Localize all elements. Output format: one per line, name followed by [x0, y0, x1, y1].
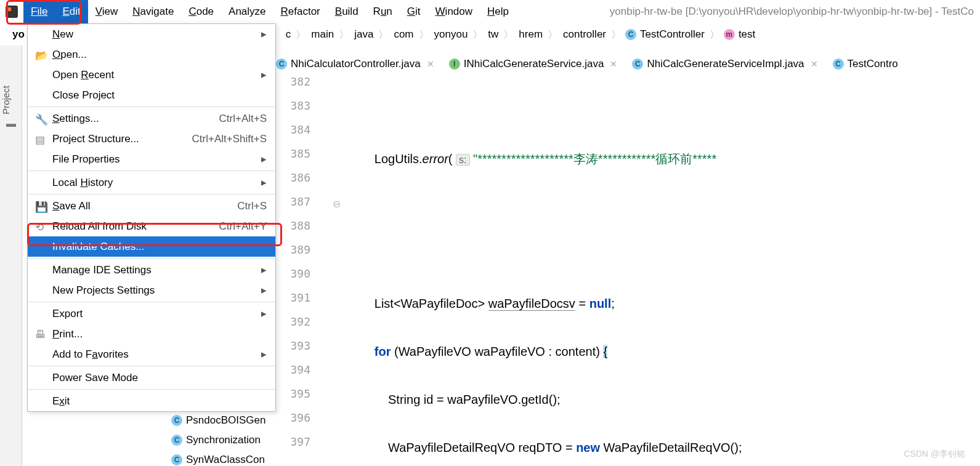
folder-icon: ▬ — [6, 118, 16, 129]
chevron-right-icon: 〉 — [375, 28, 392, 42]
breadcrumb-part[interactable]: controller — [562, 28, 607, 41]
chevron-right-icon: ▸ — [261, 263, 267, 276]
breadcrumb-root[interactable]: yo — [11, 28, 26, 41]
interface-icon: I — [449, 58, 460, 70]
menu-view[interactable]: View — [88, 0, 126, 23]
editor-tab[interactable]: C NhiCalcGenerateServiceImpl.java ✕ — [632, 58, 817, 70]
chevron-right-icon: ▸ — [261, 284, 267, 297]
menu-export[interactable]: Export▸ — [28, 303, 275, 324]
tab-label: INhiCalcGenerateService.java — [464, 58, 604, 70]
gutter-line-number: 387 — [276, 195, 319, 219]
window-title: yonbip-hr-tw-be [D:\yonyou\HR\develop\yo… — [610, 6, 980, 18]
menu-print[interactable]: 🖶Print... — [28, 324, 275, 344]
class-icon: C — [276, 58, 287, 70]
menu-open[interactable]: 📂Open... — [28, 44, 275, 65]
menubar: File Edit View Navigate Code Analyze Ref… — [0, 0, 980, 23]
menu-invalidate-caches[interactable]: Invalidate Caches... — [28, 236, 275, 257]
class-icon: C — [833, 58, 844, 70]
save-icon: 💾 — [35, 201, 48, 214]
menu-project-structure[interactable]: ▤Project Structure...Ctrl+Alt+Shift+S — [28, 129, 275, 149]
tool-window-stripe: Project ▬ — [0, 46, 22, 466]
breadcrumb-part[interactable]: java — [353, 28, 375, 41]
menu-code[interactable]: Code — [181, 0, 221, 23]
project-tool-button[interactable]: Project — [1, 86, 11, 114]
gutter-line-number: 394 — [276, 363, 319, 387]
tree-item[interactable]: C PsndocBOISGen — [123, 411, 277, 430]
menu-window[interactable]: Window — [428, 0, 480, 23]
menu-navigate[interactable]: Navigate — [125, 0, 181, 23]
code-line: List<WaPayfileDoc> waPayfileDocsv = null… — [357, 292, 742, 316]
chevron-right-icon: ▸ — [261, 68, 267, 81]
breadcrumb-part[interactable]: main — [310, 28, 335, 41]
code-line — [357, 244, 742, 268]
menu-help[interactable]: Help — [480, 0, 516, 23]
tree-item[interactable]: C SynWaClassCon — [123, 450, 277, 466]
class-icon: C — [625, 29, 636, 40]
reload-icon: ⟲ — [35, 221, 44, 234]
chevron-right-icon: ▸ — [261, 28, 267, 41]
editor-tab[interactable]: I INhiCalcGenerateService.java ✕ — [449, 58, 618, 70]
class-icon: C — [632, 58, 643, 70]
structure-icon: ▤ — [35, 134, 45, 147]
breadcrumb-part[interactable]: com — [392, 28, 415, 41]
chevron-right-icon: ▸ — [261, 176, 267, 189]
tab-label: TestContro — [848, 58, 898, 70]
editor-tab[interactable]: C NhiCalculatorController.java ✕ — [276, 58, 434, 70]
print-icon: 🖶 — [35, 329, 46, 341]
separator — [28, 194, 275, 195]
tree-item[interactable]: C Synchronization — [123, 430, 277, 450]
menu-run[interactable]: Run — [366, 0, 400, 23]
menu-settings[interactable]: 🔧Settings...Ctrl+Alt+S — [28, 108, 275, 129]
menu-save-all[interactable]: 💾Save AllCtrl+S — [28, 196, 275, 216]
wrench-icon: 🔧 — [35, 113, 48, 126]
menu-new[interactable]: New▸ — [28, 24, 275, 44]
menu-refactor[interactable]: Refactor — [273, 0, 328, 23]
menu-add-favorites[interactable]: Add to Favorites▸ — [28, 344, 275, 364]
gutter-line-number: 383 — [276, 99, 319, 123]
editor-tabs: C NhiCalculatorController.java ✕ I INhiC… — [276, 53, 898, 75]
code-line — [357, 196, 742, 220]
close-icon[interactable]: ✕ — [610, 59, 617, 69]
menu-manage-ide[interactable]: Manage IDE Settings▸ — [28, 260, 275, 280]
menu-build[interactable]: Build — [328, 0, 366, 23]
menu-file-properties[interactable]: File Properties▸ — [28, 149, 275, 169]
menu-local-history[interactable]: Local History▸ — [28, 172, 275, 193]
gutter-line-number: 388 — [276, 219, 319, 243]
code-editor[interactable]: LogUtils.error( s: "********************… — [357, 75, 742, 466]
close-icon[interactable]: ✕ — [811, 59, 818, 69]
gutter-line-number: 386 — [276, 171, 319, 195]
gutter-line-number: 393 — [276, 339, 319, 363]
editor-tab[interactable]: C TestContro — [833, 58, 898, 70]
fold-marker-icon[interactable]: ⊖ — [333, 198, 341, 210]
menu-reload[interactable]: ⟲Reload All from DiskCtrl+Alt+Y — [28, 216, 275, 236]
param-hint: s: — [456, 154, 469, 166]
breadcrumb-class[interactable]: TestController — [639, 28, 706, 41]
chevron-right-icon: 〉 — [335, 28, 353, 42]
menu-open-recent[interactable]: Open Recent▸ — [28, 65, 275, 85]
menu-power-save[interactable]: Power Save Mode — [28, 368, 275, 388]
menu-new-projects-settings[interactable]: New Projects Settings▸ — [28, 280, 275, 300]
menu-close-project[interactable]: Close Project — [28, 85, 275, 105]
class-icon: C — [171, 415, 182, 426]
breadcrumb-method[interactable]: test — [737, 28, 756, 41]
chevron-right-icon: 〉 — [469, 28, 487, 42]
breadcrumb-part[interactable]: c — [285, 28, 293, 41]
breadcrumb-part[interactable]: hrem — [517, 28, 544, 41]
gutter-line-number: 384 — [276, 123, 319, 147]
menu-analyze[interactable]: Analyze — [221, 0, 273, 23]
menu-git[interactable]: Git — [400, 0, 428, 23]
tree-item-label: Synchronization — [186, 434, 261, 446]
breadcrumb-part[interactable]: tw — [487, 28, 500, 41]
code-line — [357, 99, 742, 123]
separator — [28, 171, 275, 171]
menu-edit[interactable]: Edit — [55, 0, 87, 23]
line-gutter: 3823833843853863873883893903913923933943… — [276, 75, 319, 459]
menu-file[interactable]: File — [23, 0, 55, 23]
close-icon[interactable]: ✕ — [427, 59, 434, 69]
breadcrumb-part[interactable]: yonyou — [433, 28, 469, 41]
separator — [28, 258, 275, 259]
gutter-line-number: 390 — [276, 267, 319, 291]
chevron-right-icon: ▸ — [261, 153, 267, 166]
menu-exit[interactable]: Exit — [28, 391, 275, 411]
code-line: String id = waPayfileVO.getId(); — [357, 388, 742, 412]
